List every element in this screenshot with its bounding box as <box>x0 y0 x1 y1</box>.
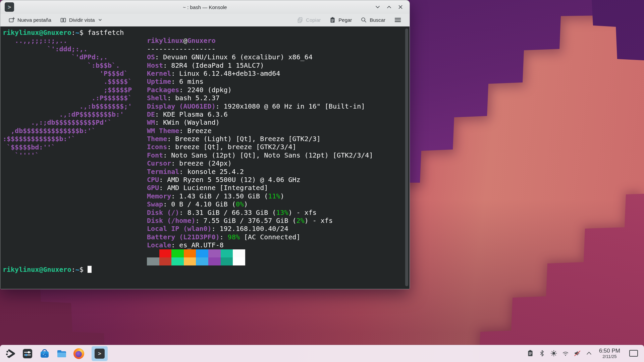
typed-command: fastfetch <box>88 28 124 37</box>
tray-expander-button[interactable] <box>585 350 593 357</box>
paste-icon <box>329 17 336 23</box>
prompt-line-command: rikylinux@Gnuxero:~$ fastfetch <box>3 28 403 37</box>
fastfetch-entry-line: Swap: 0 B / 4.10 GiB (0%) <box>147 200 403 208</box>
prompt-path: ~ <box>75 265 79 274</box>
color-swatch <box>233 257 245 265</box>
fastfetch-entry-line: Kernel: Linux 6.12.48+deb13-amd64 <box>147 69 403 77</box>
firefox-button[interactable] <box>73 348 85 359</box>
app-launcher-button[interactable] <box>5 348 16 359</box>
split-view-icon <box>60 17 66 23</box>
konsole-icon-glyph: > <box>98 350 101 357</box>
new-tab-label: Nueva pestaña <box>17 17 51 23</box>
split-view-button[interactable]: Dividir vista <box>57 15 105 25</box>
fastfetch-entry-line: Locale: es_AR.UTF-8 <box>147 241 403 249</box>
wifi-icon <box>562 350 569 357</box>
prompt-user-host: rikylinux@Gnuxero <box>3 265 71 274</box>
discover-icon <box>39 348 50 359</box>
new-tab-icon <box>8 17 15 23</box>
file-manager-button[interactable] <box>56 348 67 359</box>
window-titlebar[interactable]: > ~ : bash — Konsole <box>0 0 410 14</box>
maximize-icon <box>386 4 392 10</box>
show-desktop-button[interactable] <box>629 350 638 357</box>
bluetooth-icon <box>539 350 545 357</box>
split-view-label: Dividir vista <box>69 17 95 23</box>
digital-clock[interactable]: 6:50 PM 2/11/25 <box>599 348 620 359</box>
system-tray: 6:50 PM 2/11/25 <box>527 348 641 359</box>
volume-tray-button[interactable] <box>574 350 581 357</box>
fastfetch-entry-line: Icons: breeze [Qt], breeze [GTK2/3/4] <box>147 143 403 151</box>
color-swatch <box>208 257 221 265</box>
prompt-path: ~ <box>75 28 79 37</box>
prompt-user-host: rikylinux@Gnuxero <box>3 28 71 37</box>
color-swatch <box>147 249 159 257</box>
folder-icon <box>56 348 67 359</box>
system-settings-icon <box>22 348 33 359</box>
clock-time: 6:50 PM <box>599 348 620 354</box>
maximize-button[interactable] <box>385 3 393 11</box>
bluetooth-tray-button[interactable] <box>538 350 546 357</box>
close-button[interactable] <box>397 3 404 11</box>
fastfetch-separator-line: ----------------- <box>147 45 403 53</box>
color-swatch <box>159 257 172 265</box>
konsole-window: > ~ : bash — Konsole Nueva pestaña <box>0 0 410 289</box>
taskbar-panel: > <box>0 345 644 362</box>
color-swatch <box>221 249 233 257</box>
copy-label: Copiar <box>306 17 321 23</box>
fastfetch-entry-line: Display (AUO61ED): 644x362 @ 60 Hz in … <box>147 102 403 110</box>
konsole-task-icon: > <box>95 349 105 359</box>
brightness-tray-button[interactable] <box>550 350 557 357</box>
fastfetch-entry-line: WM: KWin (Wayland) <box>147 118 403 126</box>
konsole-icon-glyph: > <box>8 4 11 10</box>
search-button[interactable]: Buscar <box>358 15 388 25</box>
taskbar-launchers: > <box>5 346 108 361</box>
minimize-icon <box>375 4 380 10</box>
color-swatch <box>221 257 233 265</box>
fastfetch-entry-line: Packages: 2240 (dpkg) <box>147 86 403 94</box>
color-swatch <box>184 257 196 265</box>
fastfetch-entry-line: CPU: AMD Ryzen 5 5500U (12) @ 4.06 GHz <box>147 176 403 184</box>
konsole-toolbar: Nueva pestaña Dividir vista Copiar <box>0 14 410 26</box>
fastfetch-entry-line: Host: 82R4 (IdeaPad 1 15ALC7) <box>147 61 403 69</box>
firefox-icon-core <box>75 351 82 357</box>
system-settings-button[interactable] <box>22 348 33 359</box>
fastfetch-entry-line: Uptime: 6 mins <box>147 77 403 85</box>
clipboard-icon <box>527 350 534 357</box>
clipboard-tray-button[interactable] <box>527 350 534 357</box>
terminal-scrollbar[interactable] <box>405 28 408 286</box>
konsole-task-active[interactable]: > <box>92 346 108 361</box>
fastfetch-entry-line: Shell: bash 5.2.37 <box>147 94 403 102</box>
brightness-icon <box>550 350 557 357</box>
new-tab-button[interactable]: Nueva pestaña <box>6 15 54 25</box>
copy-button[interactable]: Copiar <box>294 15 323 25</box>
color-swatch <box>159 249 172 257</box>
fastfetch-title-line: rikylinux@Gnuxero <box>147 37 403 45</box>
fastfetch-output: ..,,;;;::;,.. `':ddd;:,. `'dPPd:,. `:b$$… <box>3 37 403 265</box>
color-swatch <box>233 249 245 257</box>
window-title: ~ : bash — Konsole <box>0 4 410 10</box>
fastfetch-entry-line: GPU: AMD Lucienne [Integrated] <box>147 184 403 192</box>
window-controls <box>374 3 410 11</box>
fastfetch-entry-line: Disk (/home): 7.55 GiB / 376.57 GiB (2%)… <box>147 217 403 225</box>
terminal-color-palette <box>147 249 403 266</box>
network-tray-button[interactable] <box>562 350 569 357</box>
fastfetch-entry-line: OS: Devuan GNU/Linux 6 (excalibur) x86_6… <box>147 53 403 61</box>
paste-button[interactable]: Pegar <box>327 15 355 25</box>
konsole-app-icon: > <box>5 2 14 12</box>
menu-button[interactable] <box>391 15 404 25</box>
fastfetch-entry-line: Theme: Breeze (Light) [Qt], Breeze [GTK2… <box>147 135 403 143</box>
copy-icon <box>297 17 303 23</box>
fastfetch-entry-line: Battery (L21D3PF0): 98% [AC Connected] <box>147 233 403 241</box>
fastfetch-entry-line: Memory: 1.43 GiB / 13.50 GiB (11%) <box>147 192 403 200</box>
color-palette-row <box>147 249 403 257</box>
terminal-view[interactable]: rikylinux@Gnuxero:~$ fastfetch ..,,;;;::… <box>0 26 410 289</box>
color-palette-row <box>147 257 403 265</box>
app-launcher-icon <box>5 348 16 359</box>
color-swatch <box>147 257 159 265</box>
clock-date: 2/11/25 <box>599 354 620 359</box>
color-swatch <box>196 257 208 265</box>
discover-button[interactable] <box>39 348 50 359</box>
close-icon <box>398 4 403 10</box>
minimize-button[interactable] <box>374 3 381 11</box>
paste-label: Pegar <box>338 17 352 23</box>
volume-muted-icon <box>574 350 581 357</box>
